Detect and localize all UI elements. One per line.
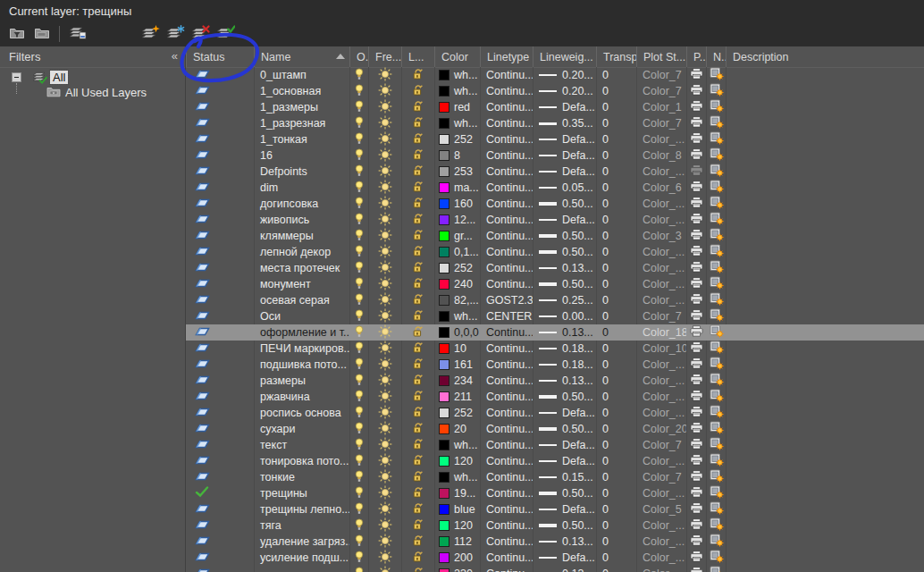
- layer-name-cell[interactable]: оформление и т...: [254, 324, 349, 341]
- linetype-cell[interactable]: Continu...: [480, 99, 533, 115]
- linetype-cell[interactable]: Continu...: [480, 501, 533, 517]
- description-cell[interactable]: [726, 357, 924, 373]
- layer-name-cell[interactable]: ПЕЧИ маркиров...: [254, 341, 349, 357]
- table-row[interactable]: ржавчина211Continu...0.50...0Color_...: [186, 389, 924, 405]
- new-vp-freeze-cell[interactable]: [706, 517, 726, 534]
- plot-cell[interactable]: [686, 421, 706, 437]
- layer-name-cell[interactable]: подшивка пото...: [254, 357, 349, 373]
- color-cell[interactable]: 20: [434, 421, 480, 437]
- on-cell[interactable]: [349, 164, 368, 180]
- freeze-cell[interactable]: [368, 292, 401, 308]
- new-vp-freeze-cell[interactable]: [706, 196, 726, 212]
- on-cell[interactable]: [349, 437, 368, 453]
- color-cell[interactable]: 112: [434, 534, 480, 550]
- new-vp-freeze-cell[interactable]: [706, 550, 726, 566]
- new-vp-freeze-cell[interactable]: [706, 437, 726, 453]
- lineweight-cell[interactable]: 0.50...: [533, 196, 596, 212]
- on-cell[interactable]: [349, 341, 368, 357]
- color-cell[interactable]: 234: [434, 373, 480, 389]
- layer-name-cell[interactable]: осевая серая: [254, 292, 349, 308]
- layer-name-cell[interactable]: 16: [254, 147, 349, 164]
- new-layer-button[interactable]: [140, 25, 160, 43]
- transparency-cell[interactable]: 0: [596, 485, 636, 501]
- color-cell[interactable]: 120: [434, 453, 480, 469]
- layer-name-cell[interactable]: тонировка пото...: [254, 453, 349, 469]
- plot-cell[interactable]: [686, 437, 706, 453]
- description-cell[interactable]: [726, 196, 924, 212]
- plot-icon[interactable]: [690, 486, 703, 500]
- on-cell[interactable]: [349, 566, 368, 572]
- lineweight-cell[interactable]: Defa...: [533, 164, 596, 180]
- linetype-cell[interactable]: Continu...: [480, 67, 533, 83]
- lock-cell[interactable]: [401, 566, 434, 572]
- new-vp-freeze-cell[interactable]: [706, 115, 726, 131]
- lock-cell[interactable]: [401, 276, 434, 292]
- linetype-cell[interactable]: Continu...: [480, 485, 533, 501]
- plot-cell[interactable]: [686, 453, 706, 469]
- layer-name-cell[interactable]: сухари: [254, 421, 349, 437]
- transparency-cell[interactable]: 0: [596, 83, 636, 99]
- table-row[interactable]: тяга120Continu...0.50...0Color_...: [186, 517, 924, 534]
- layer-name-cell[interactable]: тонкие: [254, 469, 349, 485]
- transparency-cell[interactable]: 0: [596, 147, 636, 164]
- plot-cell[interactable]: [686, 99, 706, 115]
- new-vp-freeze-cell[interactable]: [706, 83, 726, 99]
- column-header-color[interactable]: Color: [434, 46, 480, 67]
- freeze-cell[interactable]: [368, 357, 401, 373]
- lineweight-cell[interactable]: Defa...: [533, 212, 596, 228]
- plot-icon[interactable]: [690, 100, 703, 114]
- color-cell[interactable]: wh...: [434, 115, 480, 131]
- table-row[interactable]: монумент240Continu...0.50...0Color_...: [186, 276, 924, 292]
- column-header-transparency[interactable]: Transp...: [596, 46, 636, 67]
- layer-name-cell[interactable]: Оси: [254, 308, 349, 324]
- column-header-status[interactable]: Status: [186, 46, 254, 67]
- lock-cell[interactable]: [401, 421, 434, 437]
- layer-name-cell[interactable]: Defpoints: [254, 164, 349, 180]
- new-vp-freeze-cell[interactable]: [706, 534, 726, 550]
- plot-icon[interactable]: [690, 341, 703, 356]
- table-row[interactable]: 0_штампwh...Continu...0.20...0Color_7: [186, 67, 924, 83]
- new-vp-freeze-cell[interactable]: [706, 566, 726, 572]
- lock-cell[interactable]: [401, 212, 434, 228]
- lineweight-cell[interactable]: Defa...: [533, 99, 596, 115]
- plot-cell[interactable]: [686, 83, 706, 99]
- freeze-cell[interactable]: [368, 308, 401, 324]
- table-row[interactable]: удаление загряз...112Continu...0.13...0C…: [186, 534, 924, 550]
- column-header-on[interactable]: O...: [349, 46, 368, 67]
- new-group-filter-button[interactable]: [32, 25, 52, 43]
- table-row[interactable]: трещины лепно...blueContinu...Defa...0Co…: [186, 501, 924, 517]
- description-cell[interactable]: [726, 276, 924, 292]
- table-row[interactable]: места протечек252Continu...0.13...0Color…: [186, 260, 924, 276]
- plot-cell[interactable]: [686, 517, 706, 534]
- plot-cell[interactable]: [686, 292, 706, 308]
- new-layer-vp-frozen-button[interactable]: [165, 25, 185, 43]
- table-row[interactable]: ПЕЧИ маркиров...10Continu...0.18...0Colo…: [186, 341, 924, 357]
- table-row[interactable]: лепной декор0,1...Continu...0.50...0Colo…: [186, 244, 924, 260]
- lock-cell[interactable]: [401, 164, 434, 180]
- plot-cell[interactable]: [686, 405, 706, 421]
- new-vp-freeze-cell[interactable]: [706, 164, 726, 180]
- plot-icon[interactable]: [690, 551, 703, 565]
- description-cell[interactable]: [726, 405, 924, 421]
- freeze-cell[interactable]: [368, 341, 401, 357]
- column-header-name[interactable]: Name: [254, 46, 349, 67]
- color-cell[interactable]: wh...: [434, 437, 480, 453]
- delete-layer-button[interactable]: [190, 25, 210, 43]
- linetype-cell[interactable]: Continu...: [480, 196, 533, 212]
- plot-cell[interactable]: [686, 67, 706, 83]
- plot-icon[interactable]: [690, 406, 703, 420]
- tree-item-label[interactable]: All Used Layers: [65, 86, 147, 99]
- description-cell[interactable]: [726, 485, 924, 501]
- transparency-cell[interactable]: 0: [596, 421, 636, 437]
- on-cell[interactable]: [349, 244, 368, 260]
- on-cell[interactable]: [349, 517, 368, 534]
- lock-cell[interactable]: [401, 453, 434, 469]
- new-property-filter-button[interactable]: [7, 25, 27, 43]
- freeze-cell[interactable]: [368, 83, 401, 99]
- transparency-cell[interactable]: 0: [596, 453, 636, 469]
- color-cell[interactable]: 211: [434, 389, 480, 405]
- plot-icon[interactable]: [690, 68, 703, 82]
- plot-cell[interactable]: [686, 180, 706, 196]
- description-cell[interactable]: [726, 324, 924, 341]
- plot-cell[interactable]: [686, 550, 706, 566]
